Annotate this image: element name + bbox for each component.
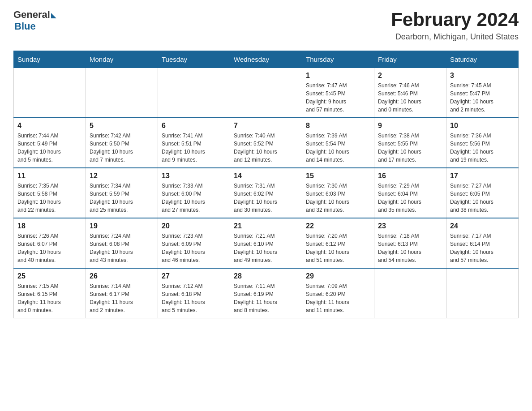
calendar-cell [230, 68, 302, 118]
day-info: Sunrise: 7:12 AMSunset: 6:18 PMDaylight:… [162, 282, 226, 314]
day-info: Sunrise: 7:45 AMSunset: 5:47 PMDaylight:… [450, 81, 515, 114]
calendar-cell: 11Sunrise: 7:35 AMSunset: 5:58 PMDayligh… [14, 168, 86, 218]
day-number: 16 [378, 172, 442, 180]
day-number: 15 [306, 172, 370, 180]
day-number: 3 [450, 72, 515, 80]
calendar-cell [446, 268, 519, 318]
calendar-header-monday: Monday [86, 51, 158, 68]
day-number: 12 [90, 172, 154, 180]
calendar-header-row: SundayMondayTuesdayWednesdayThursdayFrid… [14, 51, 519, 68]
calendar-cell: 1Sunrise: 7:47 AMSunset: 5:45 PMDaylight… [302, 68, 374, 118]
day-number: 7 [234, 122, 298, 130]
day-number: 26 [90, 272, 154, 280]
calendar-cell: 20Sunrise: 7:23 AMSunset: 6:09 PMDayligh… [158, 218, 230, 268]
day-number: 1 [306, 72, 370, 80]
day-info: Sunrise: 7:44 AMSunset: 5:49 PMDaylight:… [17, 132, 82, 164]
day-number: 18 [17, 222, 82, 230]
day-number: 8 [306, 122, 370, 130]
calendar-cell: 6Sunrise: 7:41 AMSunset: 5:51 PMDaylight… [158, 118, 230, 168]
day-info: Sunrise: 7:40 AMSunset: 5:52 PMDaylight:… [234, 132, 298, 164]
calendar-cell: 29Sunrise: 7:09 AMSunset: 6:20 PMDayligh… [302, 268, 374, 318]
day-info: Sunrise: 7:24 AMSunset: 6:08 PMDaylight:… [90, 232, 154, 264]
calendar-cell: 14Sunrise: 7:31 AMSunset: 6:02 PMDayligh… [230, 168, 302, 218]
calendar-cell: 26Sunrise: 7:14 AMSunset: 6:17 PMDayligh… [86, 268, 158, 318]
day-number: 10 [450, 122, 515, 130]
calendar-cell [158, 68, 230, 118]
logo-blue-text: Blue [14, 21, 36, 32]
day-number: 14 [234, 172, 298, 180]
day-info: Sunrise: 7:29 AMSunset: 6:04 PMDaylight:… [378, 182, 442, 214]
calendar-cell: 13Sunrise: 7:33 AMSunset: 6:00 PMDayligh… [158, 168, 230, 218]
day-number: 24 [450, 222, 515, 230]
calendar-cell: 2Sunrise: 7:46 AMSunset: 5:46 PMDaylight… [374, 68, 446, 118]
calendar-cell: 22Sunrise: 7:20 AMSunset: 6:12 PMDayligh… [302, 218, 374, 268]
calendar-header-sunday: Sunday [14, 51, 86, 68]
day-number: 6 [162, 122, 226, 130]
calendar-header-saturday: Saturday [446, 51, 519, 68]
day-info: Sunrise: 7:42 AMSunset: 5:50 PMDaylight:… [90, 132, 154, 164]
calendar-cell: 28Sunrise: 7:11 AMSunset: 6:19 PMDayligh… [230, 268, 302, 318]
day-number: 29 [306, 272, 370, 280]
day-number: 4 [17, 122, 82, 130]
day-info: Sunrise: 7:23 AMSunset: 6:09 PMDaylight:… [162, 232, 226, 264]
calendar-cell: 23Sunrise: 7:18 AMSunset: 6:13 PMDayligh… [374, 218, 446, 268]
day-info: Sunrise: 7:31 AMSunset: 6:02 PMDaylight:… [234, 182, 298, 214]
day-number: 9 [378, 122, 442, 130]
logo: General Blue [13, 9, 56, 32]
calendar-cell: 9Sunrise: 7:38 AMSunset: 5:55 PMDaylight… [374, 118, 446, 168]
day-number: 23 [378, 222, 442, 230]
day-info: Sunrise: 7:47 AMSunset: 5:45 PMDaylight:… [306, 81, 370, 114]
day-info: Sunrise: 7:26 AMSunset: 6:07 PMDaylight:… [17, 232, 82, 264]
day-info: Sunrise: 7:14 AMSunset: 6:17 PMDaylight:… [90, 282, 154, 314]
calendar-subtitle: Dearborn, Michigan, United States [391, 32, 519, 42]
day-number: 13 [162, 172, 226, 180]
calendar-week-row: 11Sunrise: 7:35 AMSunset: 5:58 PMDayligh… [14, 168, 519, 218]
day-info: Sunrise: 7:35 AMSunset: 5:58 PMDaylight:… [17, 182, 82, 214]
calendar-header-thursday: Thursday [302, 51, 374, 68]
calendar-cell: 3Sunrise: 7:45 AMSunset: 5:47 PMDaylight… [446, 68, 519, 118]
day-info: Sunrise: 7:11 AMSunset: 6:19 PMDaylight:… [234, 282, 298, 314]
calendar-cell: 15Sunrise: 7:30 AMSunset: 6:03 PMDayligh… [302, 168, 374, 218]
calendar-cell: 21Sunrise: 7:21 AMSunset: 6:10 PMDayligh… [230, 218, 302, 268]
day-info: Sunrise: 7:09 AMSunset: 6:20 PMDaylight:… [306, 282, 370, 314]
day-number: 20 [162, 222, 226, 230]
calendar-cell: 25Sunrise: 7:15 AMSunset: 6:15 PMDayligh… [14, 268, 86, 318]
logo-arrow-icon [51, 13, 56, 18]
calendar-header-wednesday: Wednesday [230, 51, 302, 68]
day-number: 2 [378, 72, 442, 80]
calendar-cell: 5Sunrise: 7:42 AMSunset: 5:50 PMDaylight… [86, 118, 158, 168]
day-info: Sunrise: 7:17 AMSunset: 6:14 PMDaylight:… [450, 232, 515, 264]
day-number: 22 [306, 222, 370, 230]
calendar-cell: 7Sunrise: 7:40 AMSunset: 5:52 PMDaylight… [230, 118, 302, 168]
calendar-table: SundayMondayTuesdayWednesdayThursdayFrid… [13, 51, 519, 318]
day-info: Sunrise: 7:34 AMSunset: 5:59 PMDaylight:… [90, 182, 154, 214]
calendar-cell: 27Sunrise: 7:12 AMSunset: 6:18 PMDayligh… [158, 268, 230, 318]
day-info: Sunrise: 7:30 AMSunset: 6:03 PMDaylight:… [306, 182, 370, 214]
calendar-week-row: 25Sunrise: 7:15 AMSunset: 6:15 PMDayligh… [14, 268, 519, 318]
calendar-week-row: 18Sunrise: 7:26 AMSunset: 6:07 PMDayligh… [14, 218, 519, 268]
day-info: Sunrise: 7:46 AMSunset: 5:46 PMDaylight:… [378, 81, 442, 114]
calendar-header-tuesday: Tuesday [158, 51, 230, 68]
calendar-title: February 2024 [391, 9, 519, 30]
calendar-cell: 16Sunrise: 7:29 AMSunset: 6:04 PMDayligh… [374, 168, 446, 218]
day-number: 27 [162, 272, 226, 280]
day-info: Sunrise: 7:18 AMSunset: 6:13 PMDaylight:… [378, 232, 442, 264]
day-info: Sunrise: 7:20 AMSunset: 6:12 PMDaylight:… [306, 232, 370, 264]
day-number: 5 [90, 122, 154, 130]
day-info: Sunrise: 7:27 AMSunset: 6:05 PMDaylight:… [450, 182, 515, 214]
day-info: Sunrise: 7:36 AMSunset: 5:56 PMDaylight:… [450, 132, 515, 164]
day-number: 25 [17, 272, 82, 280]
calendar-week-row: 1Sunrise: 7:47 AMSunset: 5:45 PMDaylight… [14, 68, 519, 118]
calendar-cell [86, 68, 158, 118]
calendar-cell: 4Sunrise: 7:44 AMSunset: 5:49 PMDaylight… [14, 118, 86, 168]
day-number: 19 [90, 222, 154, 230]
calendar-cell [14, 68, 86, 118]
calendar-cell: 24Sunrise: 7:17 AMSunset: 6:14 PMDayligh… [446, 218, 519, 268]
day-info: Sunrise: 7:21 AMSunset: 6:10 PMDaylight:… [234, 232, 298, 264]
day-info: Sunrise: 7:41 AMSunset: 5:51 PMDaylight:… [162, 132, 226, 164]
calendar-week-row: 4Sunrise: 7:44 AMSunset: 5:49 PMDaylight… [14, 118, 519, 168]
calendar-cell: 12Sunrise: 7:34 AMSunset: 5:59 PMDayligh… [86, 168, 158, 218]
calendar-cell: 17Sunrise: 7:27 AMSunset: 6:05 PMDayligh… [446, 168, 519, 218]
title-section: February 2024 Dearborn, Michigan, United… [391, 9, 519, 42]
logo-general-text: General [13, 9, 50, 21]
